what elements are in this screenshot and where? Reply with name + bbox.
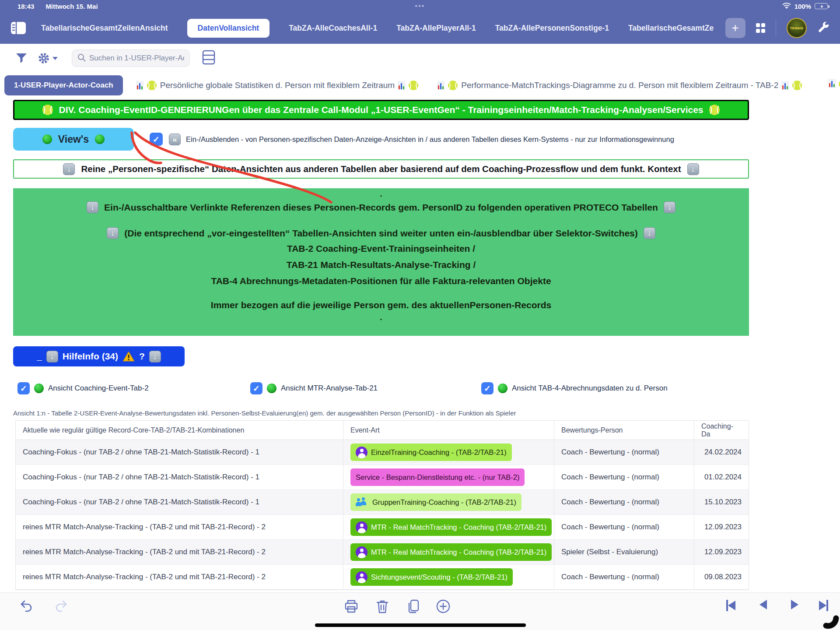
view-toggles-row: ✓ Ansicht Coaching-Event-Tab-2 ✓ Ansicht… bbox=[18, 382, 840, 394]
cell-date: 01.02.2024 bbox=[694, 465, 749, 489]
tennis-ball-icon bbox=[42, 104, 53, 116]
cell-person: Coach - Bewertung - (normal) bbox=[554, 565, 694, 589]
down-arrow-icon: ↓ bbox=[644, 227, 655, 239]
bar-chart-icon bbox=[828, 79, 836, 88]
last-record-button[interactable] bbox=[819, 600, 828, 611]
cell-date: 09.08.2023 bbox=[694, 565, 749, 589]
event-badge-label: Service - Bespann-Dienstleistung etc. - … bbox=[356, 473, 519, 482]
top-bars: ••• 18:43 Mittwoch 15. Mai 100% bbox=[0, 0, 840, 44]
view-settings-button[interactable] bbox=[38, 52, 58, 64]
down-arrow-icon: ↓ bbox=[63, 163, 75, 175]
toggle-coaching-event-tab2[interactable]: ✓ Ansicht Coaching-Event-Tab-2 bbox=[18, 382, 250, 394]
check-icon: ✓ bbox=[20, 384, 27, 394]
record-nav-row: 1-USER-Player-Actor-Coach Persönliche gl… bbox=[0, 73, 840, 98]
settings-wrench-icon[interactable] bbox=[817, 21, 830, 35]
tennis-ball-icon bbox=[147, 80, 157, 91]
link-label: Performance-MatchTrackings-Diagramme zu … bbox=[461, 81, 778, 90]
toggle-mtr-analyse-tab21[interactable]: ✓ Ansicht MTR-Analyse-Tab-21 bbox=[250, 382, 481, 394]
views-button[interactable]: View's bbox=[13, 128, 134, 151]
down-arrow-icon: ↓ bbox=[664, 201, 676, 213]
duplicate-icon[interactable] bbox=[406, 599, 421, 616]
help-info-button[interactable]: _ ↓ HilfeInfo (34) ? ↓ bbox=[13, 346, 185, 366]
battery-icon bbox=[815, 3, 828, 9]
table-name-button[interactable]: 1-USER-Player-Actor-Coach bbox=[4, 75, 123, 95]
tab-tabza-allepersonensonstige-1[interactable]: TabZA-AllePersonenSonstige-1 bbox=[495, 24, 609, 33]
question-mark: ? bbox=[139, 351, 145, 362]
tennis-ball-icon bbox=[408, 80, 419, 91]
link-personal-statistics[interactable]: Persönliche globale Statistiken d. Perso… bbox=[136, 80, 419, 91]
info-tab21-line: TAB-21 Match-Resultats-Analyse-Tracking … bbox=[13, 258, 749, 271]
next-record-button[interactable] bbox=[791, 600, 798, 609]
tennis-ball-icon bbox=[709, 104, 720, 116]
sidebar-toggle-icon[interactable] bbox=[10, 21, 26, 35]
cell-person: Coach - Bewertung - (normal) bbox=[554, 515, 694, 539]
delete-icon[interactable] bbox=[375, 599, 389, 616]
info-tab4-line: TAB-4 Abrechnungs-Metadaten-Positionen f… bbox=[13, 274, 749, 288]
tab-tabza-alleplayerall-1[interactable]: TabZA-AllePlayerAll-1 bbox=[396, 24, 476, 33]
previous-record-button[interactable] bbox=[760, 600, 767, 609]
dot-text: . bbox=[13, 191, 749, 197]
toggle-label: Ansicht MTR-Analyse-Tab-21 bbox=[281, 384, 378, 393]
bar-chart-icon bbox=[398, 81, 405, 90]
col-header-coaching-datum[interactable]: Coaching-Da bbox=[694, 421, 749, 440]
person-icon bbox=[356, 546, 368, 558]
info-line-1: Ein-/Ausschaltbare Verlinkte Referenzen … bbox=[104, 202, 658, 213]
checkbox[interactable]: ✓ bbox=[481, 382, 494, 394]
tennis-ball-icon bbox=[838, 79, 840, 89]
bar-chart-icon bbox=[136, 81, 144, 90]
status-ellipsis[interactable]: ••• bbox=[0, 2, 840, 10]
search-box[interactable] bbox=[72, 49, 190, 67]
group-icon bbox=[356, 497, 369, 507]
cell-combo: Coaching-Fokus - (nur TAB-2 / ohne TAB-2… bbox=[16, 440, 343, 465]
row-height-icon[interactable] bbox=[202, 50, 215, 67]
table-toolbar bbox=[0, 44, 840, 73]
table-row[interactable]: reines MTR Match-Analyse-Tracking - (TAB… bbox=[16, 565, 749, 590]
tab-datenvollansicht[interactable]: DatenVollansicht bbox=[187, 19, 270, 38]
table-row[interactable]: Coaching-Fokus - (nur TAB-2 / ohne TAB-2… bbox=[16, 440, 749, 465]
rewind-icon: « bbox=[169, 134, 181, 145]
help-label: HilfeInfo (34) bbox=[63, 351, 118, 362]
table-row[interactable]: reines MTR Match-Analyse-Tracking - (TAB… bbox=[16, 515, 749, 540]
check-icon: ✓ bbox=[253, 384, 260, 394]
cell-date: 24.02.2024 bbox=[694, 440, 749, 465]
table-row[interactable]: Coaching-Fokus - (nur TAB-2 / ohne TAB-2… bbox=[16, 490, 749, 515]
print-icon[interactable] bbox=[344, 599, 359, 616]
down-arrow-icon: ↓ bbox=[107, 227, 119, 239]
cell-event: MTR - Real MatchTracking - Coaching (TAB… bbox=[343, 515, 554, 539]
linked-references-info-box: . ↓ Ein-/Ausschaltbare Verlinkte Referen… bbox=[13, 188, 749, 336]
link-performance-diagrams[interactable]: Performance-MatchTrackings-Diagramme zu … bbox=[437, 80, 802, 91]
bar-chart-icon bbox=[437, 81, 444, 90]
cell-event: GruppenTraining-Coaching - (TAB-2/TAB-21… bbox=[343, 490, 554, 514]
first-record-button[interactable] bbox=[726, 600, 735, 611]
col-header-combinations[interactable]: Aktuelle wie regulär gültige Record-Core… bbox=[16, 421, 343, 440]
event-badge-label: MTR - Real MatchTracking - Coaching (TAB… bbox=[371, 548, 546, 556]
undo-icon[interactable] bbox=[19, 599, 33, 615]
person-icon bbox=[356, 447, 368, 458]
cell-person: Coach - Bewertung - (normal) bbox=[554, 490, 694, 514]
col-header-event-art[interactable]: Event-Art bbox=[343, 421, 554, 440]
cell-person: Coach - Bewertung - (normal) bbox=[554, 440, 694, 465]
table-row[interactable]: Coaching-Fokus - (nur TAB-2 / ohne TAB-2… bbox=[16, 465, 749, 490]
coaching-eventgen-banner[interactable]: DIV. Coaching-EventID-GENERIERUNGen über… bbox=[13, 100, 749, 120]
search-input[interactable] bbox=[89, 54, 184, 63]
checkbox[interactable]: ✓ bbox=[250, 382, 262, 394]
link-label: Persönliche globale Statistiken d. Perso… bbox=[160, 81, 395, 90]
tab-tabellarische-gesamtzeilenansicht[interactable]: TabellarischeGesamtZeilenAnsicht bbox=[41, 24, 168, 33]
hide-views-checkbox[interactable]: ✓ bbox=[150, 133, 163, 146]
home-indicator[interactable] bbox=[315, 623, 526, 627]
table-row[interactable]: reines MTR Match-Analyse-Tracking - (TAB… bbox=[16, 540, 749, 565]
app-grid-icon[interactable] bbox=[756, 23, 766, 33]
info-line-2: (Die entsprechend „vor-eingestellten“ Ta… bbox=[124, 228, 638, 239]
add-record-icon[interactable] bbox=[436, 599, 451, 616]
down-arrow-icon: ↓ bbox=[46, 351, 58, 363]
cell-event: Sichtungsevent/Scouting - (TAB-2/TAB-21) bbox=[343, 565, 554, 589]
add-view-button[interactable]: + bbox=[725, 18, 746, 38]
tab-tabellarische-gesamtze[interactable]: TabellarischeGesamtZe bbox=[628, 24, 714, 33]
checkbox[interactable]: ✓ bbox=[18, 382, 30, 394]
avatar[interactable]: TENNIS bbox=[787, 18, 807, 38]
toggle-tab4-abrechnungsdaten[interactable]: ✓ Ansicht TAB-4-Abrechnungsdaten zu d. P… bbox=[481, 382, 668, 394]
filter-icon[interactable] bbox=[16, 53, 27, 63]
cell-person: Spieler (Selbst - Evaluierung) bbox=[554, 540, 694, 564]
tab-tabza-allecoachesall-1[interactable]: TabZA-AlleCoachesAll-1 bbox=[289, 24, 377, 33]
col-header-bewertungs-person[interactable]: Bewertungs-Person bbox=[554, 421, 694, 440]
